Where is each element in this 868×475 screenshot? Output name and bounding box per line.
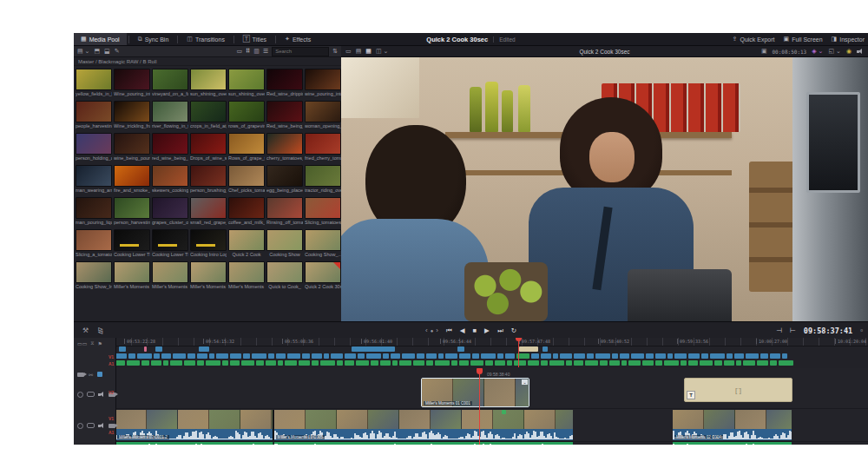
media-item[interactable]: Cooking Intro Log... (190, 229, 227, 261)
media-item[interactable]: fire_and_smoke_c... (114, 165, 150, 196)
video-enable-icon[interactable] (108, 424, 115, 428)
media-item[interactable]: Red_wine_being_p... (266, 101, 303, 132)
tab-effects[interactable]: ✦ Effects (278, 33, 318, 45)
camera-icon[interactable] (77, 373, 84, 377)
media-item[interactable]: Quick to Cook_ (266, 261, 303, 293)
media-item[interactable]: person_holding_a... (76, 133, 112, 164)
marker-icon[interactable]: ⚑ (98, 340, 102, 346)
media-item[interactable]: Miller's Moments ... (228, 261, 265, 293)
audio-level-icon[interactable] (857, 48, 864, 55)
clip-color-chip[interactable] (97, 372, 102, 377)
media-item[interactable]: person_harvestin... (114, 197, 150, 228)
media-item[interactable]: Quick 2 Cook 30se... (305, 261, 341, 293)
inspector-button[interactable]: ◨ Inspector (832, 36, 865, 43)
media-item[interactable]: coffee_and_milk_b... (228, 197, 265, 228)
timeline-options-icon[interactable]: ▫ (860, 327, 863, 334)
media-item[interactable]: people_harvesting... (76, 101, 112, 132)
media-type-icon[interactable]: ◈ ⌄ (812, 48, 823, 55)
timeline-clip-v2[interactable]: Miller's Moments 01 C001 ⌄ (421, 378, 529, 407)
transform-icon[interactable]: ◱ ⌄ (828, 48, 840, 55)
lock-icon[interactable] (77, 392, 83, 398)
tab-sync-bin[interactable]: ⧉ Sync Bin (131, 33, 176, 45)
zoom-playhead[interactable] (479, 368, 480, 445)
view-metadata-icon[interactable]: ▥ (253, 48, 260, 55)
media-item[interactable]: man_pouring_liqu... (76, 197, 112, 228)
timeline-clip-v1-1[interactable]: Miller's Moments 03 C001 2 (115, 410, 273, 440)
media-item[interactable]: Miller's Moments ... (190, 261, 227, 293)
media-item[interactable]: sun_shining_over_... (228, 69, 265, 100)
view-thumbnail-icon[interactable]: ⠿ (246, 48, 250, 55)
media-item[interactable]: crops_in_field_at_... (190, 101, 227, 132)
source-tape-icon[interactable]: ▤ (356, 48, 362, 55)
media-item[interactable]: Cooking Lower Thi... (152, 229, 188, 261)
play-reverse-button[interactable]: ◀ (460, 327, 465, 334)
media-item[interactable]: tractor_riding_ove... (305, 165, 341, 196)
boring-detector-icon[interactable]: ◫ ⌄ (376, 48, 388, 55)
media-item[interactable]: Chef_picks_tomat... (228, 165, 265, 196)
media-item[interactable]: Rows_of_grape_tr... (228, 133, 265, 164)
view-strip-icon[interactable]: ▭ (236, 48, 242, 55)
clip-options-chevron[interactable]: ⌄ (522, 379, 528, 385)
media-item[interactable]: Cooking Show (266, 229, 303, 261)
media-item[interactable]: small_red_grape_t... (190, 197, 227, 228)
media-item[interactable]: woman_opening_... (305, 101, 341, 132)
import-media-icon[interactable]: ⬒ (94, 48, 100, 55)
media-item[interactable]: Red_wine_drippin... (266, 69, 303, 100)
media-item[interactable]: Cooking Show_Int... (76, 261, 112, 293)
media-item[interactable]: Drops_of_wine_sp... (190, 133, 227, 164)
viewer-video[interactable] (341, 57, 868, 321)
media-item[interactable]: Cooking Lower Thi... (114, 229, 150, 261)
sync-icon[interactable]: ⚯ (89, 372, 93, 378)
timeline-clip-a1-3[interactable]: Miller's Moments 02 C004 (673, 442, 792, 445)
media-item[interactable]: sun_shining_over... (190, 69, 227, 100)
tab-transitions[interactable]: ◫ Transitions (180, 33, 232, 45)
stop-button[interactable]: ■ (473, 327, 477, 334)
timeline-clip-a1-1[interactable]: Miller's Moments 03 C001 2 (115, 442, 273, 445)
media-item[interactable]: Miller's Moments ... (152, 261, 188, 293)
media-item[interactable]: cherry_tomatoes_... (266, 133, 303, 164)
next-edit-icon[interactable]: ⊢ (790, 327, 796, 334)
tab-media-pool[interactable]: ▦ Media Pool (74, 33, 127, 45)
previous-edit-icon[interactable]: ⊣ (776, 327, 782, 334)
media-item[interactable]: wine_being_poure... (114, 133, 150, 164)
clip-color-icon[interactable]: ✎ (115, 48, 120, 55)
zoom-playhead-grip[interactable] (477, 368, 483, 374)
link-icon[interactable] (87, 423, 95, 428)
media-item[interactable]: skewers_cooking_... (152, 165, 188, 196)
media-item[interactable]: red_wine_being_p... (152, 133, 188, 164)
search-input[interactable] (272, 47, 329, 56)
full-screen-button[interactable]: ▣ Full Screen (784, 36, 823, 43)
track-header-a1[interactable] (74, 444, 115, 445)
view-list-icon[interactable]: ☰ (263, 48, 268, 55)
media-item[interactable]: yellow_fields_in_bl... (76, 69, 112, 100)
mute-icon[interactable] (98, 422, 105, 429)
media-item[interactable]: river_flowing_in_t... (152, 101, 188, 132)
jog-control[interactable]: ‹ ● › (425, 327, 438, 334)
mute-icon[interactable] (98, 391, 105, 398)
media-item[interactable]: Slicing_a_tomato_... (76, 229, 112, 261)
media-item[interactable]: Miller's Moments ... (114, 261, 150, 293)
media-item[interactable]: vineyard_on_a_far... (152, 69, 188, 100)
color-wheel-icon[interactable]: ◉ (846, 48, 852, 55)
media-item[interactable]: person_brushing_... (190, 165, 227, 196)
media-item[interactable]: Cooking Show_... (305, 229, 341, 261)
timeline-clip-a1-2[interactable]: Miller's Moments 10 C005 (274, 442, 573, 445)
timeline-clip-v1-3[interactable]: Miller's Moments 02 C004 (673, 410, 792, 440)
media-item[interactable]: man_wearing_an_... (76, 165, 112, 196)
link-icon[interactable] (87, 392, 95, 397)
media-item[interactable]: Rinsing_off_tomat... (266, 197, 303, 228)
source-clip-icon[interactable]: ▭ (345, 48, 352, 55)
go-to-end-button[interactable]: ⏭ (497, 327, 503, 335)
media-item[interactable]: fried_cherry_toma... (305, 133, 341, 164)
clip-flag-marker[interactable] (502, 410, 506, 414)
timeline-clip-title[interactable]: [¨] T (684, 378, 792, 402)
media-item[interactable]: Quick 2 Cook (228, 229, 265, 261)
storyboard-icon[interactable]: ▭▭ (77, 340, 87, 346)
media-item[interactable]: grapes_cluster_on... (152, 197, 188, 228)
sort-icon[interactable]: ⇅ (332, 48, 338, 55)
media-item[interactable]: wine_pouring_into... (305, 69, 341, 100)
go-to-start-button[interactable]: ⏮ (446, 327, 452, 335)
timeline-view-icon[interactable]: ▦ (365, 48, 372, 55)
quick-export-button[interactable]: ⇪ Quick Export (733, 36, 775, 43)
media-item[interactable]: Slicing_tomatoes_... (305, 197, 341, 228)
